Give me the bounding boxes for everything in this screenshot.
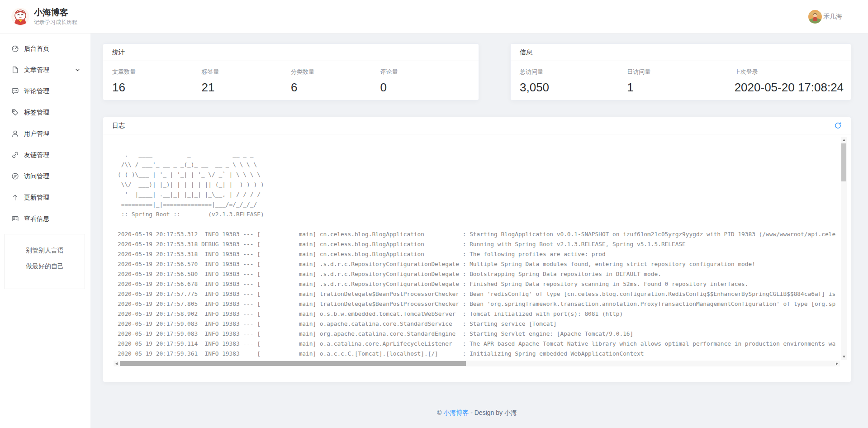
site-subtitle: 记录学习成长历程	[34, 19, 77, 26]
metric-total-visits: 总访问量 3,050	[520, 68, 627, 94]
scroll-down-arrow-icon[interactable]	[841, 354, 847, 360]
sidebar-item-label: 友链管理	[24, 151, 49, 159]
sidebar-item-tags[interactable]: 标签管理	[0, 102, 90, 123]
blog-logo-icon	[11, 8, 29, 26]
refresh-icon[interactable]	[834, 122, 842, 129]
sidebar-item-comments[interactable]: 评论管理	[0, 81, 90, 102]
main-content: 统计 文章数量 16 标签量 21 分类数量 6	[90, 33, 868, 428]
top-bar: 小海博客 记录学习成长历程 禾几海	[0, 0, 868, 33]
user-icon	[11, 130, 19, 138]
metric-daily-visits: 日访问量 1	[627, 68, 734, 94]
metric-comment-count: 评论量 0	[380, 68, 470, 94]
sidebar-item-label: 查看信息	[24, 215, 49, 223]
up-arrow-icon	[11, 194, 19, 201]
info-card: 信息 总访问量 3,050 日访问量 1 上次登录 2020-05-20 17:…	[510, 43, 851, 100]
user-name[interactable]: 禾几海	[823, 13, 842, 21]
sidebar-item-info[interactable]: 查看信息	[0, 208, 90, 229]
metric-tag-count: 标签量 21	[202, 68, 291, 94]
info-card-title: 信息	[520, 48, 532, 56]
info-card-header: 信息	[511, 44, 851, 61]
sidebar-item-updates[interactable]: 更新管理	[0, 187, 90, 208]
id-card-icon	[11, 215, 19, 223]
metric-last-login: 上次登录 2020-05-20 17:08:24	[735, 68, 842, 94]
sidebar-item-users[interactable]: 用户管理	[0, 123, 90, 144]
motto-line-2: 做最好的自己	[5, 260, 85, 272]
dashboard-icon	[11, 45, 19, 52]
sidebar-item-links[interactable]: 友链管理	[0, 144, 90, 166]
sidebar-item-label: 后台首页	[24, 45, 49, 53]
log-card-title: 日志	[112, 122, 125, 129]
tag-icon	[11, 109, 19, 116]
log-card-header: 日志	[103, 117, 851, 134]
stats-card: 统计 文章数量 16 标签量 21 分类数量 6	[103, 43, 479, 100]
top-cards-row: 统计 文章数量 16 标签量 21 分类数量 6	[103, 43, 851, 100]
chevron-down-icon	[75, 67, 81, 73]
comment-icon	[11, 87, 19, 95]
footer-design-by: - Design by 小海	[469, 409, 517, 416]
sidebar-menu: 后台首页 文章管理 评论管理 标签管	[0, 38, 90, 229]
scroll-right-arrow-icon[interactable]	[834, 361, 840, 366]
main-layout: 后台首页 文章管理 评论管理 标签管	[0, 33, 868, 428]
info-metrics: 总访问量 3,050 日访问量 1 上次登录 2020-05-20 17:08:…	[511, 61, 851, 94]
user-menu[interactable]: 禾几海	[808, 10, 842, 24]
vertical-scrollbar-thumb[interactable]	[841, 143, 846, 181]
document-icon	[11, 66, 19, 74]
scroll-up-arrow-icon[interactable]	[841, 137, 847, 143]
sidebar-item-label: 访问管理	[24, 172, 49, 181]
compass-icon	[11, 172, 19, 180]
sidebar-item-label: 用户管理	[24, 130, 49, 138]
sidebar-item-label: 文章管理	[24, 66, 49, 74]
sidebar: 后台首页 文章管理 评论管理 标签管	[0, 33, 90, 428]
footer-copyright: ©	[437, 409, 443, 416]
sidebar-item-dashboard[interactable]: 后台首页	[0, 38, 90, 59]
log-output: . ____ _ __ _ _ /\\ / ___'_ __ _ _(_)_ _…	[103, 134, 851, 359]
horizontal-scrollbar-thumb[interactable]	[120, 361, 466, 366]
brand-text: 小海博客 记录学习成长历程	[34, 8, 77, 26]
scroll-left-arrow-icon[interactable]	[114, 361, 119, 366]
log-card: 日志 . ____ _ __ _ _ /\\ / ___'_ __ _ _(_)…	[103, 117, 851, 382]
sidebar-item-label: 评论管理	[24, 87, 49, 95]
metric-category-count: 分类数量 6	[291, 68, 380, 94]
footer-brand-link[interactable]: 小海博客	[443, 409, 469, 416]
footer: © 小海博客 - Design by 小海	[103, 382, 851, 417]
motto-box: 别管别人言语 做最好的自己	[5, 234, 85, 289]
log-console: . ____ _ __ _ _ /\\ / ___'_ __ _ _(_)_ _…	[103, 134, 851, 366]
link-icon	[11, 151, 19, 159]
sidebar-item-label: 标签管理	[24, 109, 49, 117]
site-title: 小海博客	[34, 8, 77, 18]
metric-article-count: 文章数量 16	[112, 68, 202, 94]
horizontal-scrollbar[interactable]	[114, 361, 840, 366]
sidebar-item-visits[interactable]: 访问管理	[0, 166, 90, 187]
stats-card-header: 统计	[103, 44, 479, 61]
brand: 小海博客 记录学习成长历程	[11, 8, 77, 26]
sidebar-item-label: 更新管理	[24, 194, 49, 202]
sidebar-item-articles[interactable]: 文章管理	[0, 59, 90, 81]
vertical-scrollbar[interactable]	[841, 137, 847, 360]
user-avatar[interactable]	[808, 10, 822, 24]
stats-metrics: 文章数量 16 标签量 21 分类数量 6 评论量 0	[103, 61, 479, 94]
stats-card-title: 统计	[112, 48, 125, 56]
motto-line-1: 别管别人言语	[5, 244, 85, 257]
